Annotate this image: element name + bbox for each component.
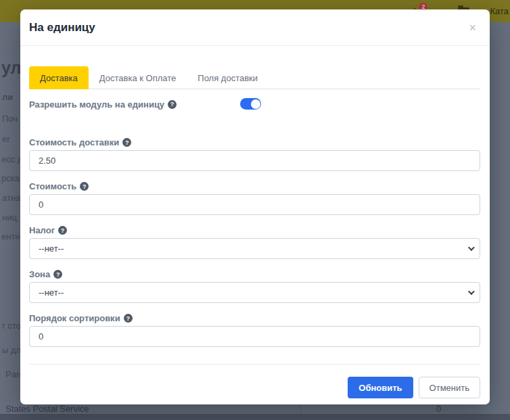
- table-row-fragment: er: [2, 134, 10, 144]
- field-group-tax: Налог ? --нет--: [29, 225, 480, 259]
- table-header-fragment: ли: [2, 92, 13, 102]
- tab-shipping-to-pay[interactable]: Доставка к Оплате: [89, 66, 187, 89]
- tab-shipping[interactable]: Доставка: [29, 66, 89, 89]
- modal-footer: Обновить Отменить: [29, 364, 480, 409]
- help-icon: ?: [124, 314, 133, 323]
- shipping-cost-label: Стоимость доставки ?: [29, 137, 480, 147]
- table-row-fragment: ниц: [2, 212, 17, 223]
- shipping-cost-input[interactable]: [29, 150, 480, 171]
- per-unit-modal: На единицу × Доставка Доставка к Оплате …: [20, 9, 490, 404]
- table-footer-strip: [0, 414, 510, 420]
- modal-title: На единицу: [29, 21, 95, 34]
- cancel-button[interactable]: Отменить: [419, 377, 480, 398]
- cost-label: Стоимость ?: [29, 181, 480, 191]
- help-icon: ?: [53, 270, 62, 279]
- toggle-knob: [251, 99, 260, 109]
- catalog-menu-label[interactable]: Ката: [490, 6, 510, 16]
- chevron-down-icon: [468, 288, 475, 295]
- update-button[interactable]: Обновить: [348, 377, 413, 398]
- table-row-fragment: есс д: [1, 154, 22, 164]
- enable-module-toggle[interactable]: [240, 98, 261, 110]
- help-icon: ?: [122, 138, 131, 147]
- close-icon[interactable]: ×: [466, 20, 479, 35]
- help-icon: ?: [58, 226, 67, 235]
- field-group-shipping-cost: Стоимость доставки ?: [29, 137, 480, 171]
- table-row-fragment: т сто: [1, 321, 21, 331]
- modal-body: Доставка Доставка к Оплате Поля доставки…: [20, 46, 490, 347]
- tax-select[interactable]: --нет--: [29, 238, 480, 259]
- chevron-down-icon: [468, 244, 475, 251]
- tax-label: Налог ?: [29, 225, 480, 235]
- sort-order-label: Порядок сортировки ?: [29, 313, 480, 323]
- cost-input[interactable]: [29, 194, 480, 215]
- sort-order-input[interactable]: [29, 326, 480, 347]
- field-group-zone: Зона ? --нет--: [29, 269, 480, 303]
- table-row-fragment: атна: [2, 193, 20, 203]
- modal-header: На единицу ×: [20, 9, 490, 46]
- field-group-sort-order: Порядок сортировки ?: [29, 313, 480, 347]
- tab-shipping-fields[interactable]: Поля доставки: [187, 66, 269, 89]
- zone-label: Зона ?: [29, 269, 480, 279]
- tab-bar: Доставка Доставка к Оплате Поля доставки: [29, 66, 480, 89]
- table-row-fragment: ы дл: [2, 345, 21, 355]
- table-row-fragment: Поч: [2, 114, 18, 124]
- field-group-cost: Стоимость ?: [29, 181, 480, 215]
- help-icon: ?: [80, 182, 89, 191]
- zone-select[interactable]: --нет--: [29, 282, 480, 303]
- help-icon: ?: [168, 100, 177, 109]
- enable-module-label: Разрешить модуль на единицу ?: [29, 99, 177, 110]
- enable-module-row: Разрешить модуль на единицу ?: [29, 97, 480, 111]
- table-row-fragment: рска: [1, 173, 20, 183]
